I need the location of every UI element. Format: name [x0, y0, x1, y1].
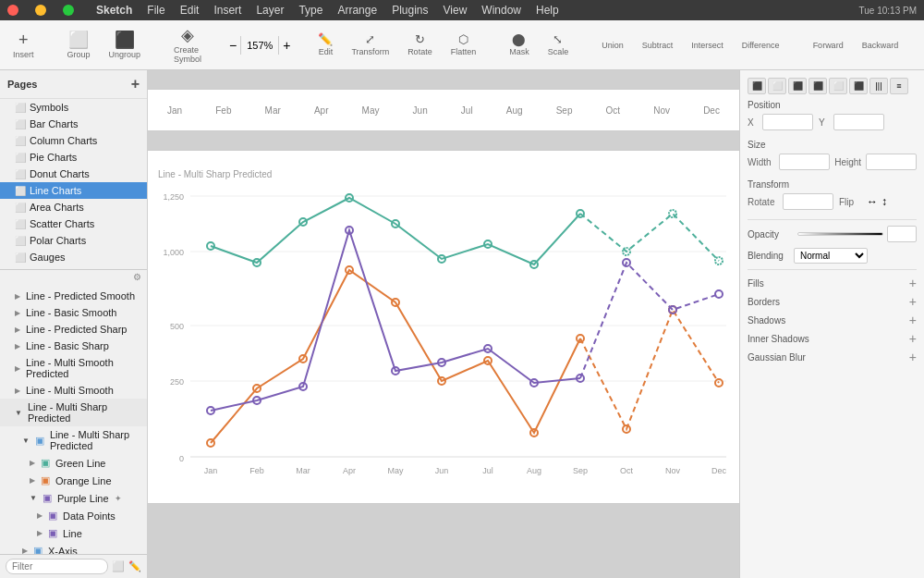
toolbar-edit[interactable]: ✏️ Edit	[312, 30, 338, 60]
layer-sub-multi-sharp-predicted[interactable]: ▼ ▣ Line - Multi Sharp Predicted	[0, 426, 147, 454]
maximize-button[interactable]	[63, 5, 74, 16]
toolbar-union[interactable]: Union	[596, 37, 629, 54]
toolbar-intersect[interactable]: Intersect	[686, 37, 729, 54]
zoom-plus[interactable]: +	[283, 38, 290, 53]
month-jul: Jul	[461, 105, 473, 116]
close-button[interactable]	[7, 5, 18, 16]
sidebar-search-input[interactable]	[6, 559, 108, 574]
toolbar-backward[interactable]: Backward	[857, 37, 905, 54]
toolbar-ungroup[interactable]: ⬛ Ungroup	[103, 28, 147, 63]
align-left-button[interactable]: ⬛	[748, 78, 766, 94]
layer-purple-line[interactable]: ▼ ▣ Purple Line ✦	[0, 489, 147, 507]
toolbar-create-symbol[interactable]: ◈ Create Symbol	[168, 23, 207, 68]
borders-add-button[interactable]: +	[909, 294, 917, 309]
align-middle-v-button[interactable]: ⬜	[829, 78, 847, 94]
sidebar-item-symbols[interactable]: ⬜ Symbols	[0, 99, 147, 116]
opacity-slider[interactable]	[797, 232, 883, 236]
size-width-input[interactable]	[779, 154, 830, 170]
toolbar-forward[interactable]: Forward	[808, 37, 849, 54]
opacity-input[interactable]	[887, 226, 917, 242]
gaussian-blur-add-button[interactable]: +	[909, 350, 917, 364]
layer-multi-smooth[interactable]: ▶ Line - Multi Smooth	[0, 382, 147, 399]
distribute-v-button[interactable]: ≡	[890, 78, 908, 94]
flip-label: Flip	[839, 197, 867, 207]
layer-predicted-smooth[interactable]: ▶ Line - Predicted Smooth	[0, 288, 147, 304]
toolbar-new[interactable]: + Insert	[7, 28, 40, 63]
toolbar-group[interactable]: ⬜ Group	[62, 28, 96, 63]
toolbar-mask[interactable]: ⬤ Mask	[504, 30, 535, 60]
menu-window[interactable]: Window	[481, 4, 521, 17]
minimize-button[interactable]	[35, 5, 46, 16]
sidebar-item-area-charts[interactable]: ⬜ Area Charts	[0, 199, 147, 215]
sidebar-item-scatter-charts[interactable]: ⬜ Scatter Charts	[0, 215, 147, 232]
toolbar-transform[interactable]: ⤢ Transform	[346, 30, 395, 60]
toolbar-flatten[interactable]: ⬡ Flatten	[445, 30, 482, 60]
shadows-add-button[interactable]: +	[909, 313, 917, 327]
menu-insert[interactable]: Insert	[213, 4, 241, 17]
layer-x-axis[interactable]: ▶ ▣ X-Axis	[0, 542, 147, 554]
layer-multi-smooth-predicted[interactable]: ▶ Line - Multi Smooth Predicted	[0, 354, 147, 382]
ungroup-icon: ⬛	[115, 31, 135, 48]
sidebar-item-column-charts[interactable]: ⬜ Column Charts	[0, 132, 147, 149]
layer-data-points[interactable]: ▶ ▣ Data Points	[0, 507, 147, 524]
sidebar-item-bar-charts[interactable]: ⬜ Bar Charts	[0, 116, 147, 132]
position-y-input[interactable]	[833, 114, 884, 130]
layer-basic-smooth[interactable]: ▶ Line - Basic Smooth	[0, 304, 147, 321]
folder-icon-orange: ▣	[41, 474, 50, 486]
sidebar-item-gauges[interactable]: ⬜ Gauges	[0, 249, 147, 265]
fills-add-button[interactable]: +	[909, 276, 917, 290]
sidebar-item-polar-charts[interactable]: ⬜ Polar Charts	[0, 232, 147, 249]
flip-h-button[interactable]: ↔	[867, 195, 878, 208]
rotate-icon: ↻	[415, 33, 425, 45]
menu-type[interactable]: Type	[298, 4, 322, 17]
sidebar-item-donut-charts[interactable]: ⬜ Donut Charts	[0, 166, 147, 182]
menu-sketch[interactable]: Sketch	[96, 4, 132, 17]
rotate-input[interactable]	[783, 193, 833, 210]
menu-layer[interactable]: Layer	[256, 4, 284, 17]
sidebar-item-pie-charts[interactable]: ⬜ Pie Charts	[0, 149, 147, 166]
layer-label: Line - Multi Smooth Predicted	[26, 357, 140, 379]
layer-multi-sharp-predicted[interactable]: ▼ Line - Multi Sharp Predicted	[0, 399, 147, 426]
zoom-minus[interactable]: −	[229, 38, 237, 53]
top-month-labels: Jan Feb Mar Apr May Jun Jul Aug Sep Oct …	[167, 99, 720, 121]
layer-line[interactable]: ▶ ▣ Line	[0, 524, 147, 542]
sidebar-action-icon2[interactable]: ✏️	[128, 560, 141, 572]
add-page-button[interactable]: +	[131, 76, 140, 92]
toolbar-scale[interactable]: ⤡ Scale	[542, 30, 575, 60]
zoom-control[interactable]: − 157% +	[229, 36, 290, 55]
layer-green-line[interactable]: ▶ ▣ Green Line	[0, 454, 147, 472]
y-label-0: 0	[179, 454, 184, 463]
toolbar-difference[interactable]: Difference	[736, 37, 785, 54]
distribute-h-button[interactable]: |||	[869, 78, 888, 94]
sidebar-action-icon[interactable]: ⬜	[112, 560, 125, 572]
filter-icon[interactable]: ⚙	[133, 272, 141, 282]
menu-edit[interactable]: Edit	[180, 4, 200, 17]
sidebar-item-line-charts[interactable]: ⬜ Line Charts	[0, 182, 147, 199]
blending-select[interactable]: Normal	[794, 248, 868, 264]
layer-predicted-sharp[interactable]: ▶ Line - Predicted Sharp	[0, 321, 147, 338]
layer-basic-sharp[interactable]: ▶ Line - Basic Sharp	[0, 338, 147, 354]
align-bottom-button[interactable]: ⬛	[849, 78, 868, 94]
toolbar-rotate[interactable]: ↻ Rotate	[402, 30, 438, 60]
expand-icon: ▶	[22, 547, 28, 554]
page-icon: ⬜	[15, 203, 26, 213]
align-right-button[interactable]: ⬛	[788, 78, 807, 94]
pages-label: Pages	[7, 79, 37, 90]
align-top-button[interactable]: ⬛	[808, 78, 827, 94]
layer-label: Orange Line	[55, 475, 112, 486]
menu-view[interactable]: View	[444, 4, 468, 17]
menu-help[interactable]: Help	[536, 4, 559, 17]
menu-arrange[interactable]: Arrange	[337, 4, 377, 17]
size-height-input[interactable]	[866, 154, 917, 170]
flip-v-button[interactable]: ↕	[881, 195, 887, 208]
zoom-divider	[240, 36, 241, 55]
top-chart-area: Jan Feb Mar Apr May Jun Jul Aug Sep Oct …	[148, 89, 739, 131]
inner-shadows-add-button[interactable]: +	[909, 331, 917, 346]
layer-orange-line[interactable]: ▶ ▣ Orange Line	[0, 472, 147, 489]
position-x-input[interactable]	[762, 114, 813, 130]
align-center-h-button[interactable]: ⬜	[768, 78, 786, 94]
flatten-icon: ⬡	[458, 33, 468, 45]
toolbar-subtract[interactable]: Subtract	[637, 37, 679, 54]
menu-file[interactable]: File	[147, 4, 164, 17]
menu-plugins[interactable]: Plugins	[392, 4, 428, 17]
